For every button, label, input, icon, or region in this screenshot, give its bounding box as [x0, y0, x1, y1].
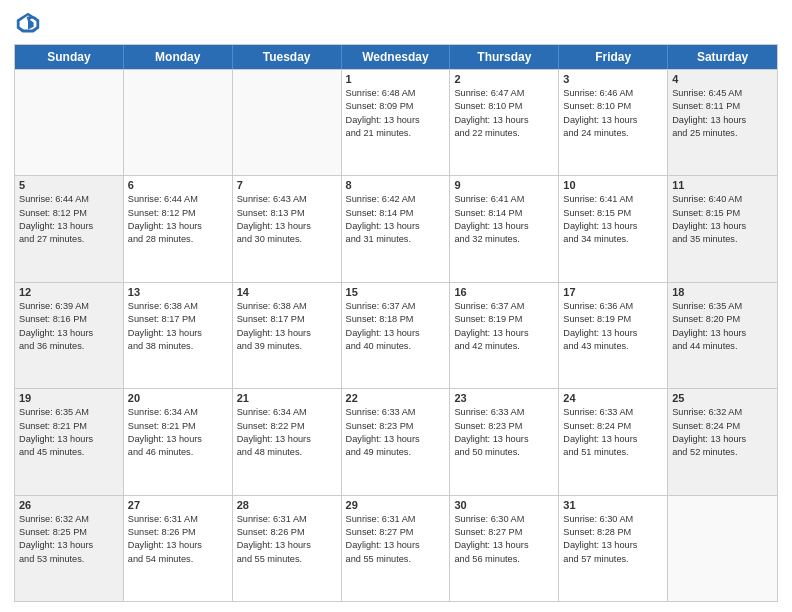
day-info: Sunrise: 6:31 AM Sunset: 8:26 PM Dayligh… [237, 513, 337, 566]
day-number: 10 [563, 179, 663, 191]
calendar-cell: 3Sunrise: 6:46 AM Sunset: 8:10 PM Daylig… [559, 70, 668, 175]
day-number: 7 [237, 179, 337, 191]
calendar-cell: 9Sunrise: 6:41 AM Sunset: 8:14 PM Daylig… [450, 176, 559, 281]
day-info: Sunrise: 6:44 AM Sunset: 8:12 PM Dayligh… [19, 193, 119, 246]
day-info: Sunrise: 6:44 AM Sunset: 8:12 PM Dayligh… [128, 193, 228, 246]
calendar-cell: 13Sunrise: 6:38 AM Sunset: 8:17 PM Dayli… [124, 283, 233, 388]
calendar-cell: 28Sunrise: 6:31 AM Sunset: 8:26 PM Dayli… [233, 496, 342, 601]
weekday-header-friday: Friday [559, 45, 668, 69]
calendar-cell: 12Sunrise: 6:39 AM Sunset: 8:16 PM Dayli… [15, 283, 124, 388]
day-number: 29 [346, 499, 446, 511]
calendar-cell: 23Sunrise: 6:33 AM Sunset: 8:23 PM Dayli… [450, 389, 559, 494]
day-number: 12 [19, 286, 119, 298]
calendar-cell: 25Sunrise: 6:32 AM Sunset: 8:24 PM Dayli… [668, 389, 777, 494]
calendar-cell: 11Sunrise: 6:40 AM Sunset: 8:15 PM Dayli… [668, 176, 777, 281]
calendar-cell: 30Sunrise: 6:30 AM Sunset: 8:27 PM Dayli… [450, 496, 559, 601]
calendar-week-1: 1Sunrise: 6:48 AM Sunset: 8:09 PM Daylig… [15, 69, 777, 175]
day-info: Sunrise: 6:32 AM Sunset: 8:25 PM Dayligh… [19, 513, 119, 566]
day-number: 27 [128, 499, 228, 511]
day-info: Sunrise: 6:31 AM Sunset: 8:27 PM Dayligh… [346, 513, 446, 566]
day-number: 1 [346, 73, 446, 85]
day-number: 8 [346, 179, 446, 191]
calendar-cell: 18Sunrise: 6:35 AM Sunset: 8:20 PM Dayli… [668, 283, 777, 388]
day-info: Sunrise: 6:33 AM Sunset: 8:23 PM Dayligh… [454, 406, 554, 459]
day-info: Sunrise: 6:33 AM Sunset: 8:24 PM Dayligh… [563, 406, 663, 459]
day-number: 26 [19, 499, 119, 511]
logo-icon [14, 10, 42, 38]
day-info: Sunrise: 6:35 AM Sunset: 8:20 PM Dayligh… [672, 300, 773, 353]
calendar-week-4: 19Sunrise: 6:35 AM Sunset: 8:21 PM Dayli… [15, 388, 777, 494]
calendar-cell [668, 496, 777, 601]
calendar-cell: 17Sunrise: 6:36 AM Sunset: 8:19 PM Dayli… [559, 283, 668, 388]
calendar-cell: 26Sunrise: 6:32 AM Sunset: 8:25 PM Dayli… [15, 496, 124, 601]
calendar-cell: 29Sunrise: 6:31 AM Sunset: 8:27 PM Dayli… [342, 496, 451, 601]
day-number: 30 [454, 499, 554, 511]
logo [14, 10, 46, 38]
day-info: Sunrise: 6:41 AM Sunset: 8:14 PM Dayligh… [454, 193, 554, 246]
day-number: 18 [672, 286, 773, 298]
calendar-week-2: 5Sunrise: 6:44 AM Sunset: 8:12 PM Daylig… [15, 175, 777, 281]
calendar-cell: 4Sunrise: 6:45 AM Sunset: 8:11 PM Daylig… [668, 70, 777, 175]
day-info: Sunrise: 6:30 AM Sunset: 8:28 PM Dayligh… [563, 513, 663, 566]
weekday-header-saturday: Saturday [668, 45, 777, 69]
day-number: 24 [563, 392, 663, 404]
calendar-cell [15, 70, 124, 175]
calendar-cell: 31Sunrise: 6:30 AM Sunset: 8:28 PM Dayli… [559, 496, 668, 601]
day-number: 19 [19, 392, 119, 404]
day-number: 13 [128, 286, 228, 298]
day-info: Sunrise: 6:34 AM Sunset: 8:22 PM Dayligh… [237, 406, 337, 459]
weekday-header-sunday: Sunday [15, 45, 124, 69]
calendar-cell: 5Sunrise: 6:44 AM Sunset: 8:12 PM Daylig… [15, 176, 124, 281]
day-number: 25 [672, 392, 773, 404]
day-number: 23 [454, 392, 554, 404]
day-number: 9 [454, 179, 554, 191]
day-number: 3 [563, 73, 663, 85]
calendar-cell: 2Sunrise: 6:47 AM Sunset: 8:10 PM Daylig… [450, 70, 559, 175]
day-number: 21 [237, 392, 337, 404]
weekday-header-monday: Monday [124, 45, 233, 69]
day-info: Sunrise: 6:32 AM Sunset: 8:24 PM Dayligh… [672, 406, 773, 459]
calendar-cell [124, 70, 233, 175]
day-number: 14 [237, 286, 337, 298]
day-info: Sunrise: 6:41 AM Sunset: 8:15 PM Dayligh… [563, 193, 663, 246]
day-number: 17 [563, 286, 663, 298]
calendar-week-3: 12Sunrise: 6:39 AM Sunset: 8:16 PM Dayli… [15, 282, 777, 388]
calendar-cell: 20Sunrise: 6:34 AM Sunset: 8:21 PM Dayli… [124, 389, 233, 494]
calendar-cell: 6Sunrise: 6:44 AM Sunset: 8:12 PM Daylig… [124, 176, 233, 281]
calendar-cell: 1Sunrise: 6:48 AM Sunset: 8:09 PM Daylig… [342, 70, 451, 175]
day-info: Sunrise: 6:35 AM Sunset: 8:21 PM Dayligh… [19, 406, 119, 459]
day-info: Sunrise: 6:45 AM Sunset: 8:11 PM Dayligh… [672, 87, 773, 140]
day-info: Sunrise: 6:48 AM Sunset: 8:09 PM Dayligh… [346, 87, 446, 140]
weekday-header-tuesday: Tuesday [233, 45, 342, 69]
day-number: 20 [128, 392, 228, 404]
day-number: 6 [128, 179, 228, 191]
day-info: Sunrise: 6:34 AM Sunset: 8:21 PM Dayligh… [128, 406, 228, 459]
calendar-cell [233, 70, 342, 175]
calendar-cell: 21Sunrise: 6:34 AM Sunset: 8:22 PM Dayli… [233, 389, 342, 494]
day-number: 11 [672, 179, 773, 191]
day-number: 28 [237, 499, 337, 511]
day-number: 15 [346, 286, 446, 298]
day-info: Sunrise: 6:37 AM Sunset: 8:19 PM Dayligh… [454, 300, 554, 353]
calendar-body: 1Sunrise: 6:48 AM Sunset: 8:09 PM Daylig… [15, 69, 777, 601]
day-info: Sunrise: 6:36 AM Sunset: 8:19 PM Dayligh… [563, 300, 663, 353]
day-info: Sunrise: 6:43 AM Sunset: 8:13 PM Dayligh… [237, 193, 337, 246]
day-info: Sunrise: 6:47 AM Sunset: 8:10 PM Dayligh… [454, 87, 554, 140]
day-number: 16 [454, 286, 554, 298]
calendar-cell: 10Sunrise: 6:41 AM Sunset: 8:15 PM Dayli… [559, 176, 668, 281]
day-number: 5 [19, 179, 119, 191]
day-info: Sunrise: 6:40 AM Sunset: 8:15 PM Dayligh… [672, 193, 773, 246]
calendar-cell: 16Sunrise: 6:37 AM Sunset: 8:19 PM Dayli… [450, 283, 559, 388]
day-info: Sunrise: 6:30 AM Sunset: 8:27 PM Dayligh… [454, 513, 554, 566]
day-info: Sunrise: 6:38 AM Sunset: 8:17 PM Dayligh… [128, 300, 228, 353]
calendar-week-5: 26Sunrise: 6:32 AM Sunset: 8:25 PM Dayli… [15, 495, 777, 601]
weekday-header-thursday: Thursday [450, 45, 559, 69]
day-info: Sunrise: 6:33 AM Sunset: 8:23 PM Dayligh… [346, 406, 446, 459]
day-number: 4 [672, 73, 773, 85]
day-info: Sunrise: 6:38 AM Sunset: 8:17 PM Dayligh… [237, 300, 337, 353]
day-info: Sunrise: 6:31 AM Sunset: 8:26 PM Dayligh… [128, 513, 228, 566]
calendar-cell: 19Sunrise: 6:35 AM Sunset: 8:21 PM Dayli… [15, 389, 124, 494]
calendar-cell: 27Sunrise: 6:31 AM Sunset: 8:26 PM Dayli… [124, 496, 233, 601]
weekday-header-wednesday: Wednesday [342, 45, 451, 69]
day-number: 2 [454, 73, 554, 85]
